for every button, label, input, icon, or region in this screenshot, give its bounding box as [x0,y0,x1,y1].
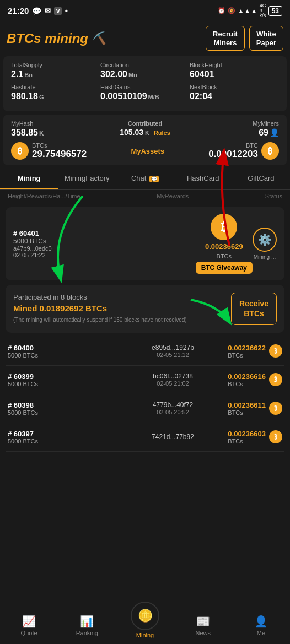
featured-block-wrapper: # 60401 5000 BTCs a47b9...0edc0 02-05 21… [6,207,284,280]
mute-icon: 🔕 [228,7,235,14]
status-time: 21:20 💬 ✉ V • [8,6,68,15]
btc-icon: ₿ [261,142,279,160]
participated-title: Participated in 8 blocks [13,293,231,301]
circulation-value: 302.00Mn [100,69,190,79]
hashrate-label: Hashrate [11,84,100,90]
mining-status-section: ⚙️ Mining ... [253,228,277,260]
row2-amount-info: 0.00236611 BTCs [228,401,266,416]
stats-row-2: Hashrate 980.18G HashGains 0.00510109M/B… [11,84,279,101]
row0-left: # 60400 5000 BTCs [8,344,118,359]
my-assets-label: MyAssets [131,147,164,155]
btcs-info: BTCs 29.75496572 [32,142,87,160]
hash-gains-value: 0.00510109M/B [100,91,190,101]
chat-badge: 💬 [149,176,159,182]
giveaway-amount: 0.00236629 [205,242,243,251]
btc-info: BTC 0.00012203 [208,142,258,160]
stat-hash-gains: HashGains 0.00510109M/B [100,84,190,101]
nav-mining[interactable]: 🪙 Mining [116,613,174,638]
participated-note: (The mining will automatically suspend i… [13,316,231,324]
rules-link[interactable]: Rules [154,129,170,136]
row2-time: 02-05 20:52 [118,409,228,415]
nav-me[interactable]: 👤 Me [232,615,290,636]
nav-ranking[interactable]: 📊 Ranking [58,615,116,636]
tab-hash-card[interactable]: HashCard [174,169,232,189]
tab-gift-card-label: GiftCard [248,174,274,182]
row0-hash: e895d...1927b [118,344,228,351]
row3-mid: 7421d...77b92 [118,433,228,441]
row2-left: # 60398 5000 BTCs [8,401,118,416]
row2-unit: BTCs [228,409,266,416]
btcs-icon: ₿ [11,142,29,160]
tab-mining[interactable]: Mining [0,169,58,189]
btc-assets-row: ₿ BTCs 29.75496572 MyAssets BTC 0.000122… [11,142,279,160]
battery-icon: 53 [268,6,282,16]
table-header: Height/Rewards/Ha.../Time MyRewards Stat… [0,190,290,203]
nav-news-label: News [195,630,211,636]
my-hash-value: 358.85K [11,128,100,138]
mining-coin-icon: 🪙 [138,609,153,623]
receive-btcs-button[interactable]: ReceiveBTCs [231,293,277,324]
nav-quote[interactable]: 📈 Quote [0,615,58,636]
row3-amount: 0.00236603 [228,430,266,438]
stat-block-height: BlockHeight 60401 [190,62,279,79]
my-hash-stat: MyHash 358.85K [11,120,100,138]
total-supply-label: TotalSupply [11,62,100,68]
contributed-stat: Contributed 105.03 K Rules [100,120,190,137]
participated-block: Participated in 8 blocks Mined 0.0189269… [6,285,284,332]
table-col1-header: Height/Rewards/Ha.../Time [8,193,80,199]
featured-block-hash: a47b9...0edc0 [13,245,196,252]
row1-btcs: 5000 BTCs [8,381,118,387]
row1-num: # 60399 [8,372,118,381]
row0-num: # 60400 [8,344,118,352]
nav-mining-label: Mining [136,632,154,638]
logo-emoji: ⛏️ [92,31,106,46]
recruit-miners-button[interactable]: RecruitMiners [206,26,245,51]
table-col3-header: Status [265,193,282,199]
stats-panel: TotalSupply 2.1Bn Circulation 302.00Mn B… [3,56,287,111]
row3-unit: BTCs [228,438,266,445]
row0-amount: 0.00236622 [228,344,266,352]
main-tabs: Mining MiningFactory Chat 💬 HashCard Gif… [0,169,290,190]
row3-hash: 7421d...77b92 [118,433,228,441]
featured-block-info: # 60401 5000 BTCs a47b9...0edc0 02-05 21… [13,229,196,258]
ranking-icon: 📊 [80,615,94,628]
row0-right: 0.00236622 BTCs ₿ [228,344,282,359]
row1-amount: 0.00236616 [228,372,266,381]
tab-gift-card[interactable]: GiftCard [232,169,290,189]
row2-right: 0.00236611 BTCs ₿ [228,401,282,416]
time-display: 21:20 [8,6,29,15]
stat-total-supply: TotalSupply 2.1Bn [11,62,100,79]
next-block-label: NextBlock [190,84,279,90]
tab-mining-factory[interactable]: MiningFactory [58,169,116,189]
btcs-asset: ₿ BTCs 29.75496572 [11,142,87,160]
my-miners-stat: MyMiners 69👤 [190,120,279,138]
circulation-label: Circulation [100,62,190,68]
row1-unit: BTCs [228,381,266,387]
my-miners-label: MyMiners [190,120,279,127]
message-icon: ✉ [45,7,51,15]
quote-icon: 📈 [22,615,36,628]
whatsapp-icon: 💬 [32,7,41,15]
stats-row-1: TotalSupply 2.1Bn Circulation 302.00Mn B… [11,62,279,79]
contributed-value: 105.03 K Rules [100,128,190,137]
btc-giveaway-button[interactable]: BTC Giveaway [196,262,253,274]
nav-news[interactable]: 📰 News [174,615,232,636]
assets-row: MyHash 358.85K Contributed 105.03 K Rule… [11,120,279,138]
next-block-value: 02:04 [190,91,279,101]
participated-info: Participated in 8 blocks Mined 0.0189269… [13,293,231,324]
row1-btc-icon: ₿ [269,373,282,386]
mining-row-3: # 60397 5000 BTCs 7421d...77b92 0.002366… [6,423,284,452]
hashrate-value: 980.18G [11,91,100,101]
white-paper-button[interactable]: WhitePaper [249,26,283,51]
tab-hash-card-label: HashCard [187,174,219,182]
stat-next-block: NextBlock 02:04 [190,84,279,101]
tab-chat[interactable]: Chat 💬 [116,169,174,189]
row2-hash: 4779b...40f72 [118,401,228,409]
row0-mid: e895d...1927b 02-05 21:12 [118,344,228,358]
vpn-icon: V [54,7,61,15]
row3-amount-info: 0.00236603 BTCs [228,430,266,445]
app-logo: BTCs mining ⛏️ [7,31,106,46]
alarm-icon: ⏰ [218,7,225,14]
dot-icon: • [65,6,68,15]
block-height-value: 60401 [190,69,279,79]
